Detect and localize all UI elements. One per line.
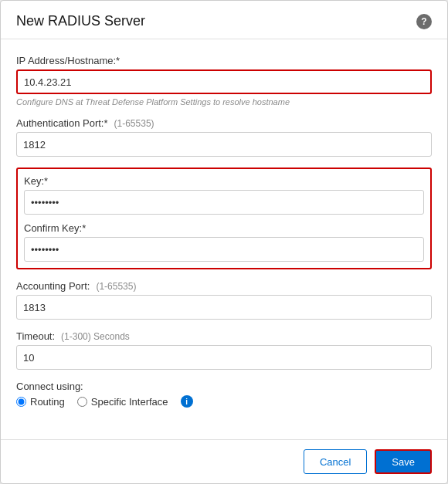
dialog-header: New RADIUS Server ? — [1, 1, 447, 39]
key-group: Key:* — [24, 175, 424, 215]
key-section: Key:* Confirm Key:* — [16, 168, 432, 269]
timeout-input[interactable] — [16, 345, 432, 370]
routing-option[interactable]: Routing — [16, 396, 65, 408]
routing-radio[interactable] — [16, 397, 26, 407]
dialog-title: New RADIUS Server — [16, 13, 145, 29]
dialog-body: IP Address/Hostname:* Configure DNS at T… — [1, 39, 447, 439]
confirm-key-input[interactable] — [24, 237, 424, 262]
timeout-group: Timeout: (1-300) Seconds — [16, 330, 432, 370]
ip-address-input[interactable] — [16, 69, 432, 94]
accounting-port-label: Accounting Port: (1-65535) — [16, 280, 432, 292]
dialog-footer: Cancel Save — [1, 439, 447, 483]
auth-port-group: Authentication Port:* (1-65535) — [16, 117, 432, 157]
connect-using-info-icon[interactable]: i — [181, 395, 193, 408]
confirm-key-group: Confirm Key:* — [24, 222, 424, 262]
specific-interface-radio[interactable] — [77, 397, 87, 407]
specific-interface-option[interactable]: Specific Interface — [77, 396, 168, 408]
accounting-port-group: Accounting Port: (1-65535) — [16, 280, 432, 320]
specific-interface-label: Specific Interface — [91, 396, 168, 408]
ip-address-group: IP Address/Hostname:* Configure DNS at T… — [16, 55, 432, 107]
connect-using-group: Connect using: Routing Specific Interfac… — [16, 381, 432, 408]
cancel-button[interactable]: Cancel — [304, 449, 367, 474]
routing-label: Routing — [30, 396, 65, 408]
accounting-port-input[interactable] — [16, 295, 432, 320]
save-button[interactable]: Save — [375, 449, 432, 474]
help-icon[interactable]: ? — [416, 14, 432, 29]
key-input[interactable] — [24, 190, 424, 215]
connect-using-label: Connect using: — [16, 381, 432, 392]
auth-port-input[interactable] — [16, 132, 432, 157]
timeout-label: Timeout: (1-300) Seconds — [16, 330, 432, 342]
radio-group: Routing Specific Interface i — [16, 395, 432, 408]
key-label: Key:* — [24, 175, 424, 187]
ip-address-label: IP Address/Hostname:* — [16, 55, 432, 66]
confirm-key-label: Confirm Key:* — [24, 222, 424, 234]
new-radius-server-dialog: New RADIUS Server ? IP Address/Hostname:… — [0, 0, 448, 484]
auth-port-label: Authentication Port:* (1-65535) — [16, 117, 432, 129]
ip-address-hint: Configure DNS at Threat Defense Platform… — [16, 97, 432, 107]
